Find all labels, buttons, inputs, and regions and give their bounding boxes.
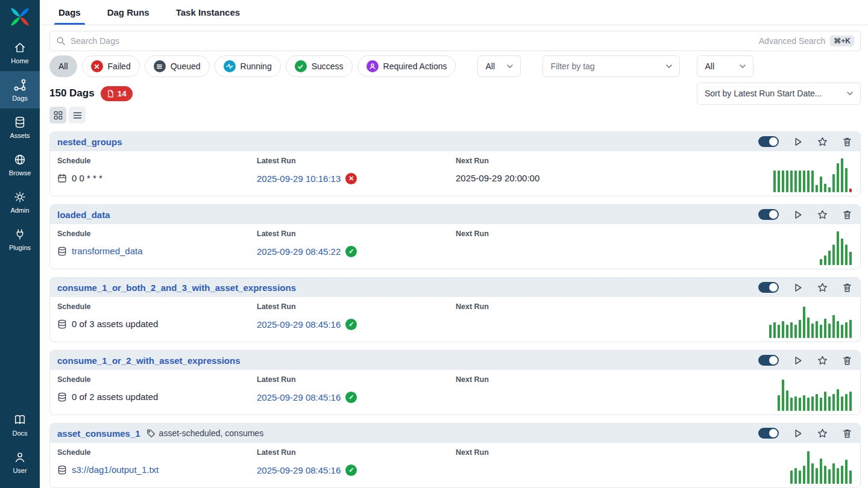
shortcut-badge: ⌘+K [830, 36, 854, 46]
next-run-label: Next Run [456, 230, 853, 238]
airflow-pinwheel-icon [10, 7, 30, 27]
delete-dag-button[interactable] [841, 428, 853, 439]
schedule-value[interactable]: s3://dag1/output_1.txt [72, 465, 159, 475]
sidebar-item-user[interactable]: User [0, 443, 40, 481]
tab-dags[interactable]: Dags [54, 0, 85, 25]
run-history-bars [790, 449, 852, 484]
sidebar-item-home[interactable]: Home [0, 34, 40, 71]
list-view-icon [72, 110, 83, 120]
secondary-filter-dropdown[interactable]: All [697, 55, 753, 77]
chevron-down-icon [847, 92, 853, 95]
delete-dag-button[interactable] [841, 136, 853, 148]
latest-run-label: Latest Run [257, 302, 456, 311]
browse-globe-icon [13, 153, 27, 166]
dag-card-header: nested_groups [50, 132, 860, 151]
chip-label: Required Actions [383, 61, 447, 71]
play-icon [792, 209, 804, 221]
sidebar-item-browse[interactable]: Browse [0, 146, 40, 183]
database-icon [57, 246, 67, 256]
dag-name-link[interactable]: asset_consumes_1 [57, 428, 140, 439]
home-icon [13, 41, 27, 54]
trigger-dag-button[interactable] [792, 428, 804, 439]
filter-chip-required-actions[interactable]: Required Actions [357, 55, 456, 77]
schedule-value[interactable]: transformed_data [72, 246, 143, 256]
state-filter-dropdown[interactable]: All [477, 55, 521, 77]
latest-run-link[interactable]: 2025-09-29 10:16:13 [257, 174, 341, 184]
dag-card-body: Schedule s3://dag1/output_1.txt Latest R… [50, 443, 860, 487]
trash-icon [841, 209, 853, 221]
filter-chip-failed[interactable]: Failed [82, 55, 140, 77]
favorite-dag-button[interactable] [817, 136, 828, 148]
run-history-bars [778, 376, 852, 411]
main-area: Dags Dag Runs Task Instances Search Dags… [40, 0, 868, 488]
delete-dag-button[interactable] [841, 355, 853, 366]
sidebar-item-dags[interactable]: Dags [0, 71, 40, 108]
tab-task-instances[interactable]: Task Instances [172, 0, 244, 25]
search-input[interactable]: Search Dags Advanced Search ⌘+K [49, 31, 861, 51]
latest-run-link[interactable]: 2025-09-29 08:45:16 [257, 465, 341, 475]
trigger-dag-button[interactable] [792, 209, 804, 221]
trigger-dag-button[interactable] [792, 355, 804, 366]
delete-dag-button[interactable] [841, 282, 853, 293]
run-status-icon: ✓ [345, 392, 357, 403]
database-icon [57, 392, 67, 402]
play-icon [792, 428, 804, 439]
run-status-icon: ✕ [345, 173, 357, 184]
run-history-bars [769, 303, 852, 338]
delete-dag-button[interactable] [841, 209, 853, 221]
tag-filter-dropdown[interactable]: Filter by tag [542, 55, 680, 77]
sidebar-item-plugins[interactable]: Plugins [0, 221, 40, 258]
sort-dropdown[interactable]: Sort by Latest Run Start Date... [697, 83, 861, 105]
sidebar-item-docs[interactable]: Docs [0, 406, 40, 443]
dag-controls [758, 136, 853, 148]
sidebar-label: Home [11, 57, 28, 64]
user-icon [13, 451, 27, 464]
airflow-logo[interactable] [0, 0, 40, 34]
schedule-label: Schedule [57, 157, 257, 165]
next-run-value: 2025-09-29 20:00:00 [456, 173, 539, 183]
dag-card: loaded_data [49, 204, 861, 269]
filter-chip-running[interactable]: Running [215, 55, 281, 77]
latest-run-link[interactable]: 2025-09-29 08:45:16 [257, 319, 341, 330]
filter-chip-success[interactable]: Success [286, 55, 353, 77]
dag-card-list: nested_groups [49, 131, 861, 488]
dropdown-value: All [485, 61, 495, 71]
filter-chip-queued[interactable]: Queued [145, 55, 210, 77]
favorite-dag-button[interactable] [817, 209, 828, 221]
dag-pause-toggle[interactable] [758, 355, 779, 366]
sidebar-item-assets[interactable]: Assets [0, 108, 40, 146]
dag-pause-toggle[interactable] [758, 209, 779, 220]
list-view-button[interactable] [69, 107, 86, 124]
dag-name-link[interactable]: loaded_data [57, 210, 110, 220]
card-view-button[interactable] [49, 107, 66, 124]
latest-run-link[interactable]: 2025-09-29 08:45:16 [257, 392, 341, 402]
dag-name-link[interactable]: consume_1_or_2_with_asset_expressions [57, 355, 241, 366]
favorite-dag-button[interactable] [817, 355, 828, 366]
dag-pause-toggle[interactable] [758, 428, 779, 439]
play-icon [792, 282, 804, 293]
favorite-dag-button[interactable] [817, 428, 828, 439]
latest-run-link[interactable]: 2025-09-29 08:45:22 [257, 246, 341, 257]
dag-pause-toggle[interactable] [758, 282, 779, 293]
trigger-dag-button[interactable] [792, 136, 804, 148]
success-check-icon [295, 60, 307, 72]
run-status-icon: ✓ [345, 246, 357, 257]
dag-pause-toggle[interactable] [758, 136, 779, 147]
filter-chip-all[interactable]: All [49, 55, 77, 77]
chevron-down-icon [507, 64, 513, 68]
latest-run-label: Latest Run [257, 230, 456, 238]
tab-dag-runs[interactable]: Dag Runs [103, 0, 154, 25]
play-icon [792, 355, 804, 366]
advanced-search-button[interactable]: Advanced Search ⌘+K [759, 36, 854, 46]
sidebar-item-admin[interactable]: Admin [0, 183, 40, 221]
view-toggle [49, 107, 861, 124]
dag-card: consume_1_or_2_with_asset_expressions [49, 350, 861, 415]
calendar-icon [57, 174, 67, 183]
dag-name-link[interactable]: nested_groups [57, 137, 122, 147]
dag-name-link[interactable]: consume_1_or_both_2_and_3_with_asset_exp… [57, 283, 296, 293]
plugins-plug-icon [13, 228, 27, 241]
trigger-dag-button[interactable] [792, 282, 804, 293]
favorite-dag-button[interactable] [817, 282, 828, 293]
sort-value: Sort by Latest Run Start Date... [705, 89, 822, 98]
failed-count-badge[interactable]: 14 [101, 86, 133, 101]
